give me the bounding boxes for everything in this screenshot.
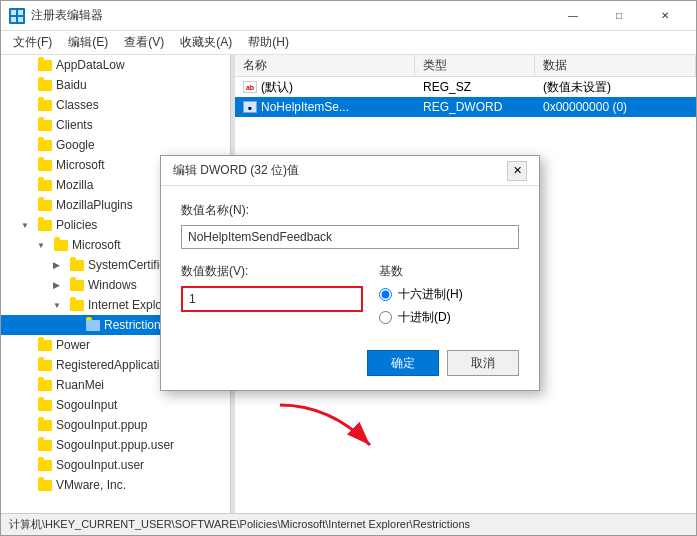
dialog-title-bar: 编辑 DWORD (32 位)值 ✕ bbox=[161, 156, 539, 186]
radio-dec[interactable] bbox=[379, 311, 392, 324]
edit-dword-dialog: 编辑 DWORD (32 位)值 ✕ 数值名称(N): 数值数据(V): 基数 … bbox=[160, 155, 540, 391]
dialog-value-row: 数值数据(V): 基数 十六进制(H) 十进制(D) bbox=[181, 263, 519, 326]
base-label: 基数 bbox=[379, 263, 519, 280]
dialog-footer: 确定 取消 bbox=[161, 350, 539, 390]
radio-dec-text: 十进制(D) bbox=[398, 309, 451, 326]
value-data-label: 数值数据(V): bbox=[181, 263, 363, 280]
radio-group: 十六进制(H) 十进制(D) bbox=[379, 286, 519, 326]
cancel-button[interactable]: 取消 bbox=[447, 350, 519, 376]
value-data-section: 数值数据(V): bbox=[181, 263, 363, 312]
dialog-overlay: 编辑 DWORD (32 位)值 ✕ 数值名称(N): 数值数据(V): 基数 … bbox=[0, 0, 697, 536]
radio-hex-label[interactable]: 十六进制(H) bbox=[379, 286, 519, 303]
dialog-body: 数值名称(N): 数值数据(V): 基数 十六进制(H) bbox=[161, 186, 539, 350]
radio-dec-label[interactable]: 十进制(D) bbox=[379, 309, 519, 326]
base-section: 基数 十六进制(H) 十进制(D) bbox=[379, 263, 519, 326]
dialog-close-button[interactable]: ✕ bbox=[507, 161, 527, 181]
dialog-title: 编辑 DWORD (32 位)值 bbox=[173, 162, 507, 179]
arrow-indicator bbox=[270, 395, 390, 465]
radio-hex-text: 十六进制(H) bbox=[398, 286, 463, 303]
value-name-input[interactable] bbox=[181, 225, 519, 249]
radio-hex[interactable] bbox=[379, 288, 392, 301]
value-data-input[interactable] bbox=[181, 286, 363, 312]
ok-button[interactable]: 确定 bbox=[367, 350, 439, 376]
value-name-label: 数值名称(N): bbox=[181, 202, 519, 219]
